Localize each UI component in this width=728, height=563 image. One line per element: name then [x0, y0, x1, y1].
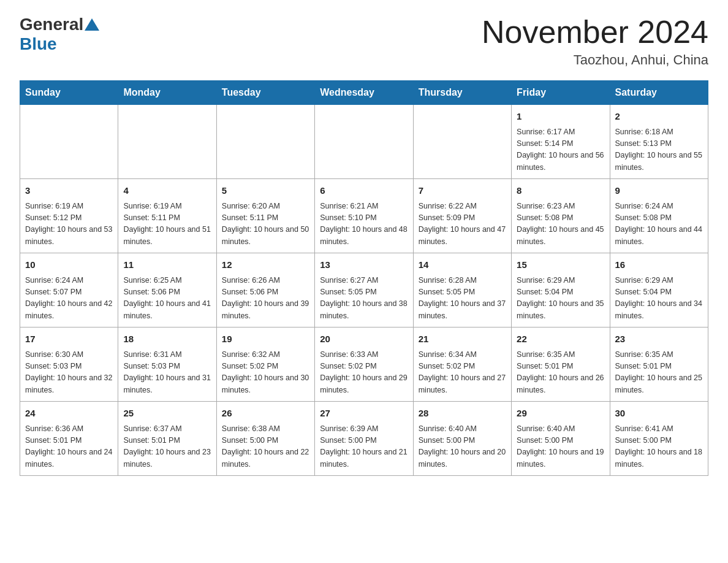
table-row: 21Sunrise: 6:34 AMSunset: 5:02 PMDayligh… — [413, 327, 511, 402]
day-info: Sunrise: 6:17 AMSunset: 5:14 PMDaylight:… — [517, 126, 604, 174]
day-info: Sunrise: 6:19 AMSunset: 5:12 PMDaylight:… — [25, 201, 113, 248]
day-number: 13 — [320, 258, 408, 272]
day-info: Sunrise: 6:34 AMSunset: 5:02 PMDaylight:… — [419, 349, 506, 397]
table-row: 24Sunrise: 6:36 AMSunset: 5:01 PMDayligh… — [20, 402, 118, 476]
day-number: 1 — [517, 110, 604, 124]
day-info: Sunrise: 6:26 AMSunset: 5:06 PMDaylight:… — [222, 275, 309, 323]
table-row: 9Sunrise: 6:24 AMSunset: 5:08 PMDaylight… — [610, 179, 708, 253]
day-number: 7 — [419, 184, 506, 198]
day-number: 24 — [25, 407, 113, 421]
day-info: Sunrise: 6:40 AMSunset: 5:00 PMDaylight:… — [419, 423, 506, 471]
day-info: Sunrise: 6:35 AMSunset: 5:01 PMDaylight:… — [517, 349, 604, 397]
day-number: 12 — [222, 258, 309, 272]
day-info: Sunrise: 6:28 AMSunset: 5:05 PMDaylight:… — [419, 275, 506, 323]
day-number: 16 — [615, 258, 703, 272]
day-number: 3 — [25, 184, 113, 198]
table-row: 23Sunrise: 6:35 AMSunset: 5:01 PMDayligh… — [610, 327, 708, 402]
table-row: 17Sunrise: 6:30 AMSunset: 5:03 PMDayligh… — [20, 327, 118, 402]
day-number: 25 — [123, 407, 211, 421]
day-info: Sunrise: 6:37 AMSunset: 5:01 PMDaylight:… — [123, 423, 211, 471]
table-row: 19Sunrise: 6:32 AMSunset: 5:02 PMDayligh… — [216, 327, 314, 402]
table-row: 11Sunrise: 6:25 AMSunset: 5:06 PMDayligh… — [118, 253, 216, 327]
day-info: Sunrise: 6:29 AMSunset: 5:04 PMDaylight:… — [517, 275, 604, 323]
table-row: 12Sunrise: 6:26 AMSunset: 5:06 PMDayligh… — [216, 253, 314, 327]
day-number: 4 — [123, 184, 211, 198]
day-info: Sunrise: 6:41 AMSunset: 5:00 PMDaylight:… — [615, 423, 703, 471]
day-number: 27 — [320, 407, 408, 421]
day-info: Sunrise: 6:25 AMSunset: 5:06 PMDaylight:… — [123, 275, 211, 323]
table-row: 8Sunrise: 6:23 AMSunset: 5:08 PMDaylight… — [512, 179, 610, 253]
calendar-week-row: 24Sunrise: 6:36 AMSunset: 5:01 PMDayligh… — [20, 402, 708, 476]
calendar-week-row: 3Sunrise: 6:19 AMSunset: 5:12 PMDaylight… — [20, 179, 708, 253]
logo-triangle-icon — [85, 18, 99, 31]
day-number: 23 — [615, 332, 703, 347]
table-row — [216, 105, 314, 179]
day-info: Sunrise: 6:29 AMSunset: 5:04 PMDaylight:… — [615, 275, 703, 323]
header-sunday: Sunday — [20, 81, 118, 105]
table-row: 15Sunrise: 6:29 AMSunset: 5:04 PMDayligh… — [512, 253, 610, 327]
day-number: 10 — [25, 258, 113, 272]
header-friday: Friday — [512, 81, 610, 105]
table-row: 10Sunrise: 6:24 AMSunset: 5:07 PMDayligh… — [20, 253, 118, 327]
calendar-week-row: 17Sunrise: 6:30 AMSunset: 5:03 PMDayligh… — [20, 327, 708, 402]
table-row: 1Sunrise: 6:17 AMSunset: 5:14 PMDaylight… — [512, 105, 610, 179]
table-row: 25Sunrise: 6:37 AMSunset: 5:01 PMDayligh… — [118, 402, 216, 476]
day-number: 30 — [615, 407, 703, 421]
table-row: 7Sunrise: 6:22 AMSunset: 5:09 PMDaylight… — [413, 179, 511, 253]
day-info: Sunrise: 6:19 AMSunset: 5:11 PMDaylight:… — [123, 201, 211, 248]
day-info: Sunrise: 6:21 AMSunset: 5:10 PMDaylight:… — [320, 201, 408, 248]
location-subtitle: Taozhou, Anhui, China — [482, 52, 708, 68]
header-monday: Monday — [118, 81, 216, 105]
day-number: 20 — [320, 332, 408, 347]
day-info: Sunrise: 6:32 AMSunset: 5:02 PMDaylight:… — [222, 349, 309, 397]
logo-general-text: General — [20, 15, 83, 34]
calendar-week-row: 10Sunrise: 6:24 AMSunset: 5:07 PMDayligh… — [20, 253, 708, 327]
day-info: Sunrise: 6:24 AMSunset: 5:08 PMDaylight:… — [615, 201, 703, 248]
day-info: Sunrise: 6:39 AMSunset: 5:00 PMDaylight:… — [320, 423, 408, 471]
day-info: Sunrise: 6:35 AMSunset: 5:01 PMDaylight:… — [615, 349, 703, 397]
table-row — [118, 105, 216, 179]
table-row: 30Sunrise: 6:41 AMSunset: 5:00 PMDayligh… — [610, 402, 708, 476]
month-year-title: November 2024 — [482, 15, 708, 50]
table-row: 26Sunrise: 6:38 AMSunset: 5:00 PMDayligh… — [216, 402, 314, 476]
day-info: Sunrise: 6:23 AMSunset: 5:08 PMDaylight:… — [517, 201, 604, 248]
header-wednesday: Wednesday — [315, 81, 413, 105]
day-number: 28 — [419, 407, 506, 421]
day-info: Sunrise: 6:33 AMSunset: 5:02 PMDaylight:… — [320, 349, 408, 397]
day-number: 17 — [25, 332, 113, 347]
table-row: 20Sunrise: 6:33 AMSunset: 5:02 PMDayligh… — [315, 327, 413, 402]
table-row: 5Sunrise: 6:20 AMSunset: 5:11 PMDaylight… — [216, 179, 314, 253]
table-row: 29Sunrise: 6:40 AMSunset: 5:00 PMDayligh… — [512, 402, 610, 476]
calendar-header-row: Sunday Monday Tuesday Wednesday Thursday… — [20, 81, 708, 105]
logo: General Blue — [20, 15, 100, 54]
day-info: Sunrise: 6:24 AMSunset: 5:07 PMDaylight:… — [25, 275, 113, 323]
table-row — [315, 105, 413, 179]
table-row — [413, 105, 511, 179]
day-number: 9 — [615, 184, 703, 198]
day-number: 21 — [419, 332, 506, 347]
day-info: Sunrise: 6:27 AMSunset: 5:05 PMDaylight:… — [320, 275, 408, 323]
day-number: 26 — [222, 407, 309, 421]
header-saturday: Saturday — [610, 81, 708, 105]
table-row: 3Sunrise: 6:19 AMSunset: 5:12 PMDaylight… — [20, 179, 118, 253]
day-number: 14 — [419, 258, 506, 272]
table-row: 18Sunrise: 6:31 AMSunset: 5:03 PMDayligh… — [118, 327, 216, 402]
table-row: 22Sunrise: 6:35 AMSunset: 5:01 PMDayligh… — [512, 327, 610, 402]
day-info: Sunrise: 6:22 AMSunset: 5:09 PMDaylight:… — [419, 201, 506, 248]
calendar-table: Sunday Monday Tuesday Wednesday Thursday… — [20, 80, 708, 476]
day-number: 5 — [222, 184, 309, 198]
table-row: 2Sunrise: 6:18 AMSunset: 5:13 PMDaylight… — [610, 105, 708, 179]
day-info: Sunrise: 6:31 AMSunset: 5:03 PMDaylight:… — [123, 349, 211, 397]
day-number: 22 — [517, 332, 604, 347]
day-number: 19 — [222, 332, 309, 347]
day-number: 8 — [517, 184, 604, 198]
logo-blue-text: Blue — [20, 34, 57, 53]
day-number: 2 — [615, 110, 703, 124]
table-row: 6Sunrise: 6:21 AMSunset: 5:10 PMDaylight… — [315, 179, 413, 253]
day-info: Sunrise: 6:40 AMSunset: 5:00 PMDaylight:… — [517, 423, 604, 471]
day-number: 6 — [320, 184, 408, 198]
table-row — [20, 105, 118, 179]
header-tuesday: Tuesday — [216, 81, 314, 105]
day-number: 29 — [517, 407, 604, 421]
day-info: Sunrise: 6:36 AMSunset: 5:01 PMDaylight:… — [25, 423, 113, 471]
